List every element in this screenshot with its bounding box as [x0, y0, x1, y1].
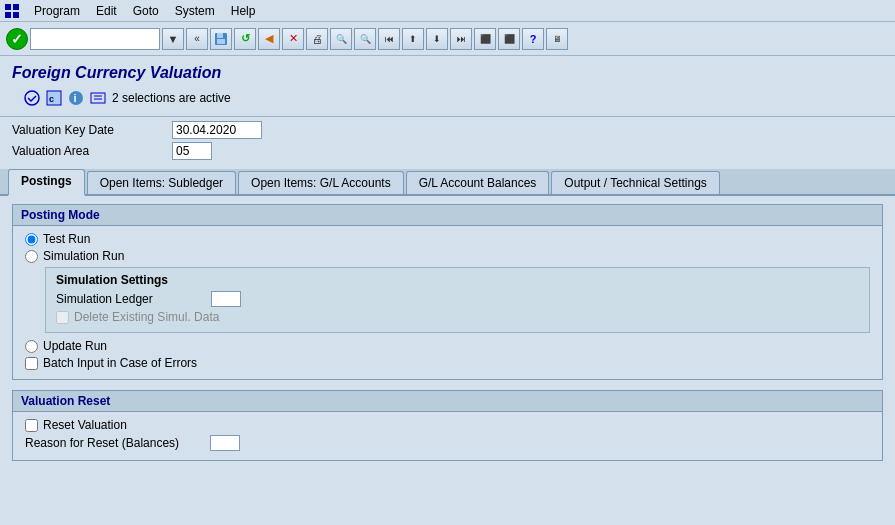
app-logo [4, 3, 20, 19]
selections-bar: c i 2 selections are active [12, 86, 883, 110]
test-run-label: Test Run [43, 232, 90, 246]
menu-help[interactable]: Help [223, 2, 264, 20]
valuation-reset-title: Valuation Reset [13, 391, 882, 412]
tab-output-technical[interactable]: Output / Technical Settings [551, 171, 720, 194]
valuation-key-date-label: Valuation Key Date [12, 123, 172, 137]
svg-rect-6 [217, 39, 225, 44]
batch-input-label: Batch Input in Case of Errors [43, 356, 197, 370]
valuation-reset-section: Valuation Reset Reset Valuation Reason f… [12, 390, 883, 461]
monitor-btn[interactable]: 🖥 [546, 28, 568, 50]
svg-text:i: i [74, 92, 77, 104]
posting-mode-content: Test Run Simulation Run Simulation Setti… [13, 226, 882, 379]
test-run-radio[interactable] [25, 233, 38, 246]
valuation-key-date-input[interactable] [172, 121, 262, 139]
valuation-key-date-row: Valuation Key Date [12, 121, 883, 139]
svg-point-7 [25, 91, 39, 105]
reason-for-reset-row: Reason for Reset (Balances) [25, 435, 870, 451]
layout2-btn[interactable]: ⬛ [498, 28, 520, 50]
prev-btn[interactable]: « [186, 28, 208, 50]
find-btn[interactable]: 🔍 [330, 28, 352, 50]
tab-open-items-subledger[interactable]: Open Items: Subledger [87, 171, 236, 194]
delete-existing-checkbox[interactable] [56, 311, 69, 324]
simulation-run-row: Simulation Run [25, 249, 870, 263]
prev-page-btn[interactable]: ⬆ [402, 28, 424, 50]
tab-postings[interactable]: Postings [8, 169, 85, 196]
stop-btn[interactable]: ✕ [282, 28, 304, 50]
main-content: Posting Mode Test Run Simulation Run Sim… [0, 196, 895, 479]
refresh-btn[interactable]: ↺ [234, 28, 256, 50]
save-btn[interactable] [210, 28, 232, 50]
back-btn[interactable]: ◀ [258, 28, 280, 50]
test-run-row: Test Run [25, 232, 870, 246]
valuation-area-input[interactable] [172, 142, 212, 160]
svg-rect-5 [217, 33, 223, 38]
posting-mode-title: Posting Mode [13, 205, 882, 226]
ok-icon[interactable]: ✓ [6, 28, 28, 50]
reset-valuation-row: Reset Valuation [25, 418, 870, 432]
svg-rect-12 [91, 93, 105, 103]
valuation-area-label: Valuation Area [12, 144, 172, 158]
first-page-btn[interactable]: ⏮ [378, 28, 400, 50]
simulation-ledger-row: Simulation Ledger [56, 291, 859, 307]
valuation-reset-content: Reset Valuation Reason for Reset (Balanc… [13, 412, 882, 460]
find-next-btn[interactable]: 🔍 [354, 28, 376, 50]
delete-existing-label: Delete Existing Simul. Data [74, 310, 219, 324]
update-run-label: Update Run [43, 339, 107, 353]
dropdown-btn[interactable]: ▼ [162, 28, 184, 50]
reset-valuation-label: Reset Valuation [43, 418, 127, 432]
simulation-settings-title: Simulation Settings [56, 273, 859, 287]
posting-mode-section: Posting Mode Test Run Simulation Run Sim… [12, 204, 883, 380]
page-header: Foreign Currency Valuation c i 2 selecti… [0, 56, 895, 117]
batch-input-checkbox[interactable] [25, 357, 38, 370]
page-title: Foreign Currency Valuation [12, 64, 883, 82]
simulation-ledger-label: Simulation Ledger [56, 292, 206, 306]
info-icon[interactable]: i [68, 90, 84, 106]
menu-program[interactable]: Program [26, 2, 88, 20]
svg-rect-0 [5, 4, 11, 10]
selection-icon-2[interactable]: c [46, 90, 62, 106]
menu-bar: Program Edit Goto System Help [0, 0, 895, 22]
simulation-settings-subsection: Simulation Settings Simulation Ledger De… [45, 267, 870, 333]
print-btn[interactable]: 🖨 [306, 28, 328, 50]
reason-for-reset-label: Reason for Reset (Balances) [25, 436, 205, 450]
update-run-radio[interactable] [25, 340, 38, 353]
menu-system[interactable]: System [167, 2, 223, 20]
batch-input-row: Batch Input in Case of Errors [25, 356, 870, 370]
selection-icon-1[interactable] [24, 90, 40, 106]
valuation-area-row: Valuation Area [12, 142, 883, 160]
select-icon-3[interactable] [90, 90, 106, 106]
reset-valuation-checkbox[interactable] [25, 419, 38, 432]
help-btn[interactable]: ? [522, 28, 544, 50]
menu-goto[interactable]: Goto [125, 2, 167, 20]
tabs-bar: Postings Open Items: Subledger Open Item… [0, 169, 895, 196]
svg-rect-1 [13, 4, 19, 10]
selections-text: 2 selections are active [112, 91, 231, 105]
svg-rect-2 [5, 12, 11, 18]
layout1-btn[interactable]: ⬛ [474, 28, 496, 50]
next-page-btn[interactable]: ⬇ [426, 28, 448, 50]
simulation-run-label: Simulation Run [43, 249, 124, 263]
svg-text:c: c [49, 94, 54, 104]
tab-gl-account-balances[interactable]: G/L Account Balances [406, 171, 550, 194]
simulation-ledger-input[interactable] [211, 291, 241, 307]
form-area: Valuation Key Date Valuation Area [0, 117, 895, 169]
toolbar: ✓ ▼ « ↺ ◀ ✕ 🖨 🔍 🔍 ⏮ ⬆ ⬇ ⏭ ⬛ ⬛ ? 🖥 [0, 22, 895, 56]
reason-for-reset-input[interactable] [210, 435, 240, 451]
menu-edit[interactable]: Edit [88, 2, 125, 20]
simulation-run-radio[interactable] [25, 250, 38, 263]
toolbar-input-group: ▼ [30, 28, 184, 50]
last-page-btn[interactable]: ⏭ [450, 28, 472, 50]
svg-rect-3 [13, 12, 19, 18]
update-run-row: Update Run [25, 339, 870, 353]
tab-open-items-gl[interactable]: Open Items: G/L Accounts [238, 171, 404, 194]
delete-existing-row: Delete Existing Simul. Data [56, 310, 859, 324]
command-input[interactable] [30, 28, 160, 50]
